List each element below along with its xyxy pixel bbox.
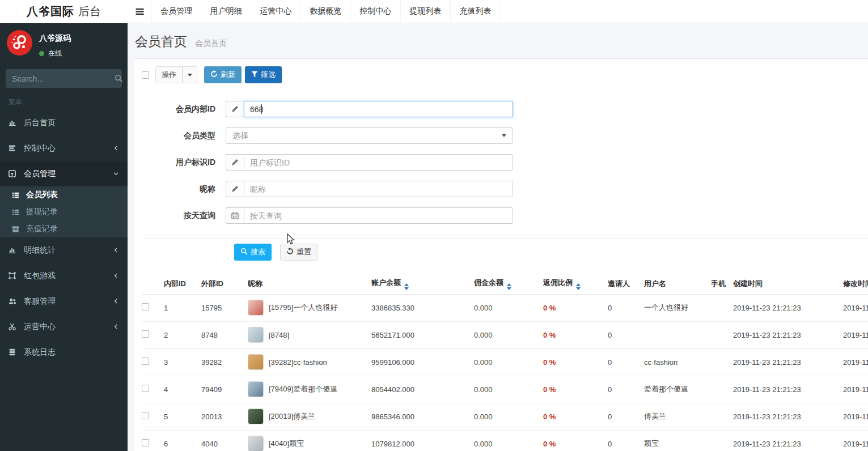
sidebar-search <box>6 69 122 88</box>
action-dropdown: 操作 <box>155 66 197 83</box>
user-status: 在线 <box>39 49 71 58</box>
cell-modified: 2019-11-23 21:21:23 <box>843 440 868 448</box>
app-logo[interactable]: 八爷国际 后台 <box>0 0 128 23</box>
sidebar-item-label: 运营中心 <box>24 322 56 332</box>
topnav-tab-5[interactable]: 提现列表 <box>401 0 451 23</box>
sidebar-subitem-2-1[interactable]: 提现记录 <box>0 203 128 220</box>
list-icon <box>12 192 26 199</box>
sidebar-item-5[interactable]: 客服管理 <box>0 288 128 314</box>
search-icon[interactable] <box>115 74 123 83</box>
cell-balance: 9599106.000 <box>371 358 414 367</box>
form-input-4[interactable] <box>244 207 513 224</box>
sidebar-subitem-2-0[interactable]: 会员列表 <box>0 186 128 203</box>
sidebar-item-7[interactable]: 系统日志 <box>0 339 128 365</box>
sidebar-search-input[interactable] <box>12 74 115 83</box>
cell-username: 颖宝 <box>644 439 659 448</box>
search-submit-button[interactable]: 搜索 <box>234 244 272 261</box>
topnav-tab-6[interactable]: 充值列表 <box>451 0 501 23</box>
topnav-tab-0[interactable]: 会员管理 <box>151 0 201 23</box>
members-table-wrap: 内部ID外部ID昵称账户余额佣金余额返佣比例邀请人用户名手机创建时间修改时间11… <box>142 274 868 451</box>
cell-username: 爱着那个傻逼 <box>644 385 688 393</box>
sidebar-item-1[interactable]: 控制中心 <box>0 135 128 161</box>
column-header-internal_id: 内部ID <box>164 274 201 294</box>
sidebar-item-3[interactable]: 明细统计 <box>0 237 128 263</box>
page-title: 会员首页 <box>135 34 187 49</box>
hamburger-icon[interactable] <box>128 0 151 23</box>
column-header-label: 修改时间 <box>843 279 868 288</box>
sidebar-item-label: 会员管理 <box>24 169 56 179</box>
cell-username: cc·fashion <box>644 358 678 367</box>
chevron-left-icon <box>113 247 119 253</box>
column-header-label: 创建时间 <box>733 279 763 288</box>
caret-down-icon <box>502 134 506 137</box>
topnav-tab-2[interactable]: 运营中心 <box>251 0 301 23</box>
frame-icon <box>9 272 24 279</box>
topnav-tab-1[interactable]: 用户明细 <box>201 0 251 23</box>
sidebar-item-label: 系统日志 <box>24 347 56 358</box>
column-header-label: 外部ID <box>201 279 223 288</box>
form-input-0[interactable] <box>244 101 513 117</box>
sort-icon[interactable] <box>404 283 409 290</box>
column-header-commission[interactable]: 佣金余额 <box>474 274 543 294</box>
svg-text:Y: Y <box>11 172 14 177</box>
toolbar-divider <box>134 88 868 88</box>
form-label: 用户标识ID <box>142 158 221 168</box>
member-type-select[interactable]: 选择 <box>226 127 513 144</box>
column-header-balance[interactable]: 账户余额 <box>371 274 474 294</box>
topnav-tab-4[interactable]: 控制中心 <box>351 0 401 23</box>
row-checkbox[interactable] <box>142 385 149 392</box>
column-header-label: 用户名 <box>644 279 666 288</box>
sidebar-item-0[interactable]: 后台首页 <box>0 110 128 135</box>
cell-balance: 8054402.000 <box>371 385 414 394</box>
form-input-3[interactable] <box>244 181 513 197</box>
select-all-checkbox[interactable] <box>142 71 149 79</box>
column-header-rebate[interactable]: 返佣比例 <box>543 274 608 294</box>
action-caret-button[interactable] <box>183 66 197 83</box>
cell-modified: 2019-11-23 21:21:23 <box>843 304 868 312</box>
nickname-cell: [20013]傅美兰 <box>248 409 371 424</box>
calendar-icon <box>226 207 244 224</box>
sidebar-subitem-2-2[interactable]: 充值记录 <box>0 220 128 237</box>
column-header-label: 手机 <box>711 279 726 288</box>
sort-icon[interactable] <box>576 283 581 290</box>
sidebar-item-6[interactable]: 运营中心 <box>0 314 128 339</box>
action-button[interactable]: 操作 <box>155 66 183 83</box>
user-photo <box>248 409 264 424</box>
user-avatar-logo <box>7 30 32 56</box>
nickname-text: [8748] <box>269 331 289 339</box>
form-label: 按天查询 <box>142 211 221 221</box>
topnav-tab-3[interactable]: 数据概览 <box>301 0 351 23</box>
column-header-label: 昵称 <box>248 279 262 288</box>
column-header-label: 佣金余额 <box>474 278 503 287</box>
sidebar-item-label: 红包游戏 <box>24 271 56 281</box>
cell-external_id: 4040 <box>201 440 218 448</box>
cell-modified: 2019-11-23 21:21:23 <box>843 412 868 421</box>
page-header: 会员首页 会员首页 <box>128 23 868 56</box>
sidebar-item-2[interactable]: Y会员管理 <box>0 161 128 186</box>
row-checkbox[interactable] <box>142 358 149 365</box>
tasks-icon <box>9 144 24 152</box>
refresh-icon <box>210 70 218 79</box>
row-checkbox[interactable] <box>142 330 149 338</box>
row-checkbox[interactable] <box>142 412 149 419</box>
form-input-2[interactable] <box>244 154 513 171</box>
sidebar-subitem-label: 提现记录 <box>26 207 58 217</box>
sort-icon[interactable] <box>507 283 511 290</box>
cell-inviter: 0 <box>608 358 612 367</box>
reset-button[interactable]: 重置 <box>280 244 317 261</box>
column-header-label: 内部ID <box>164 279 186 288</box>
form-row-0: 会员内部ID <box>142 101 868 117</box>
action-button-label: 操作 <box>162 70 176 80</box>
cell-modified: 2019-11-23 21:21:23 <box>843 331 868 339</box>
sidebar-item-4[interactable]: 红包游戏 <box>0 263 128 288</box>
table-header-row: 内部ID外部ID昵称账户余额佣金余额返佣比例邀请人用户名手机创建时间修改时间 <box>142 274 868 294</box>
row-checkbox[interactable] <box>142 439 149 446</box>
cell-created: 2019-11-23 21:21:23 <box>733 412 801 421</box>
nickname-cell: [79409]爱着那个傻逼 <box>248 381 371 397</box>
refresh-button[interactable]: 刷新 <box>204 66 242 83</box>
cell-inviter: 0 <box>608 440 612 448</box>
filter-button[interactable]: 筛选 <box>245 66 282 83</box>
input-group <box>226 207 513 224</box>
row-checkbox[interactable] <box>142 303 149 310</box>
column-header-nickname: 昵称 <box>248 274 371 294</box>
